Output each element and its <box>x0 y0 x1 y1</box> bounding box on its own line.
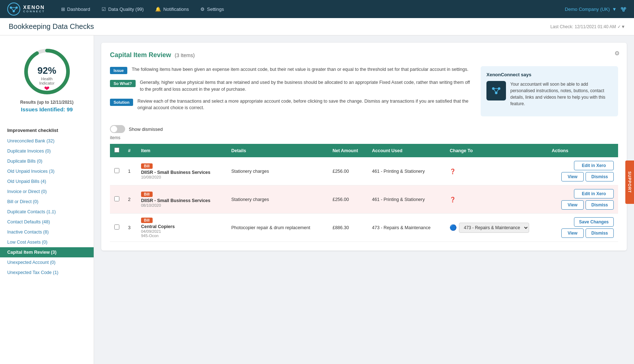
sidebar-item-capital-item-review[interactable]: Capital Item Review (3) <box>0 247 94 257</box>
row2-checkbox-cell <box>110 185 124 214</box>
table-row: 2 Bill DIISR - Small Business Services 0… <box>110 185 618 214</box>
table-header: # Item Details Net Amount Account Used C… <box>110 144 618 157</box>
issue-text: The following items have been given an e… <box>132 66 468 73</box>
company-selector[interactable]: Demo Company (UK) ▼ <box>565 6 627 12</box>
row3-checkbox-cell <box>110 214 124 242</box>
row1-change-to: ❓ <box>445 157 547 185</box>
row3-details: Photocopier repair & drum replacement <box>227 214 328 242</box>
header-checkbox-col <box>110 144 124 157</box>
card-title: Capital Item Review <box>110 51 171 59</box>
health-indicator-area: 92% Health Indicator ❤ Results (up to 12… <box>0 43 94 125</box>
row1-edit-xero-button[interactable]: Edit in Xero <box>574 161 614 170</box>
secondary-header: Bookkeeping Data Checks Last Check: 12/1… <box>0 18 634 35</box>
row1-details: Stationery charges <box>227 157 328 185</box>
show-dismissed-row: Show dismissed <box>110 125 618 133</box>
settings-gear-icon[interactable]: ⚙ <box>614 50 620 57</box>
solution-text: Review each of the transactions and sele… <box>137 98 473 112</box>
health-label: Health Indicator <box>34 77 60 85</box>
row2-view-button[interactable]: View <box>561 200 584 210</box>
row1-dismiss-button[interactable]: Dismiss <box>586 172 614 181</box>
svg-line-20 <box>496 89 499 93</box>
row3-num: 3 <box>124 214 137 242</box>
row3-checkbox[interactable] <box>114 224 119 230</box>
sidebar-item-duplicate-contacts[interactable]: Duplicate Contacts (‡,‡) <box>0 207 94 217</box>
sidebar-item-inactive-contacts[interactable]: Inactive Contacts (8) <box>0 227 94 237</box>
svg-line-5 <box>11 8 14 11</box>
nav-data-quality[interactable]: ☑ Data Quality (99) <box>97 4 149 15</box>
row3-item-name: Central Copiers <box>141 224 222 229</box>
row3-item-ref: 945-Ocon <box>141 234 222 238</box>
row3-change-to: 🔵 473 - Repairs & Maintenance <box>445 214 547 242</box>
row2-help-icon[interactable]: ❓ <box>450 197 456 202</box>
health-circle: 92% Health Indicator ❤ <box>22 46 72 97</box>
row3-save-changes-button[interactable]: Save Changes <box>574 217 614 227</box>
row2-checkbox[interactable] <box>114 196 119 201</box>
row2-view-dismiss-btns: View Dismiss <box>561 200 614 210</box>
row2-dismiss-button[interactable]: Dismiss <box>586 200 614 210</box>
sidebar-item-bill-or-direct[interactable]: Bill or Direct (0) <box>0 197 94 207</box>
xenon-logo-box <box>486 81 506 100</box>
row3-amount: £886.30 <box>328 214 367 242</box>
sidebar-item-contact-defaults[interactable]: Contact Defaults (48) <box>0 217 94 227</box>
header-account-used: Account Used <box>368 144 446 157</box>
row1-account: 461 - Printing & Stationery <box>368 157 446 185</box>
row2-details: Stationery charges <box>227 185 328 214</box>
sidebar-item-unexpected-account[interactable]: Unexpected Account (0) <box>0 257 94 267</box>
sidebar-item-old-unpaid-bills[interactable]: Old Unpaid Bills (4) <box>0 176 94 187</box>
support-tab[interactable]: SUPPORT <box>625 160 634 204</box>
issue-row: Issue The following items have been give… <box>110 66 473 74</box>
row3-item: Bill Central Copiers 04/09/2021 945-Ocon <box>137 214 227 242</box>
last-check[interactable]: Last Check: 12/11/2021 01:40 AM ✓▼ <box>550 24 625 29</box>
checklist-icon: ☑ <box>102 7 106 12</box>
row1-amount: £256.00 <box>328 157 367 185</box>
row1-item: Bill DIISR - Small Business Services 10/… <box>137 157 227 185</box>
row1-view-button[interactable]: View <box>561 172 584 181</box>
nav-settings[interactable]: ⚙ Settings <box>195 4 229 15</box>
row1-help-icon[interactable]: ❓ <box>450 168 456 174</box>
row2-edit-xero-button[interactable]: Edit in Xero <box>574 189 614 198</box>
nav-notifications[interactable]: 🔔 Notifications <box>150 4 194 15</box>
header-details: Details <box>227 144 328 157</box>
row1-item-date: 10/08/2020 <box>141 175 222 179</box>
table-row: 3 Bill Central Copiers 04/09/2021 945-Oc… <box>110 214 618 242</box>
select-all-checkbox[interactable] <box>114 147 119 153</box>
row1-action-group: Edit in Xero View Dismiss <box>552 161 614 181</box>
row2-action-group: Edit in Xero View Dismiss <box>552 189 614 210</box>
sidebar-item-old-unpaid-invoices[interactable]: Old Unpaid Invoices (3) <box>0 166 94 176</box>
sidebar-item-unexpected-tax-code[interactable]: Unexpected Tax Code (1) <box>0 267 94 278</box>
row2-bill-badge: Bill <box>141 192 153 197</box>
row3-dismiss-button[interactable]: Dismiss <box>586 228 614 238</box>
header-net-amount: Net Amount <box>328 144 367 157</box>
results-date: Results (up to 12/11/2021) <box>20 100 73 105</box>
sidebar-item-duplicate-bills[interactable]: Duplicate Bills (0) <box>0 156 94 166</box>
xenon-says-body: Your accountant will soon be able to add… <box>486 81 612 107</box>
sidebar-item-unreconciled-bank[interactable]: Unreconciled Bank (32) <box>0 136 94 146</box>
card-count: (3 Items) <box>175 52 195 58</box>
sidebar-item-invoice-or-direct[interactable]: Invoice or Direct (0) <box>0 187 94 197</box>
sidebar-item-low-cost-assets[interactable]: Low Cost Assets (0) <box>0 237 94 247</box>
table-body: 1 Bill DIISR - Small Business Services 1… <box>110 157 618 242</box>
row3-change-select[interactable]: 473 - Repairs & Maintenance <box>459 223 529 233</box>
show-dismissed-toggle[interactable] <box>110 125 125 133</box>
toggle-slider <box>110 125 125 133</box>
issues-identified: Issues Identified: 99 <box>21 106 73 112</box>
sidebar-item-duplicate-invoices[interactable]: Duplicate Invoices (0) <box>0 146 94 156</box>
card-header: Capital Item Review (3 Items) <box>110 51 618 59</box>
nav-links: ⊞ Dashboard ☑ Data Quality (99) 🔔 Notifi… <box>56 4 565 15</box>
row2-item-name: DIISR - Small Business Services <box>141 198 222 203</box>
bell-icon: 🔔 <box>155 7 161 12</box>
sowhat-badge: So What? <box>110 80 136 87</box>
row2-item: Bill DIISR - Small Business Services 08/… <box>137 185 227 214</box>
header-actions: Actions <box>548 144 618 157</box>
page-title: Bookkeeping Data Checks <box>9 22 94 31</box>
row3-actions: Save Changes View Dismiss <box>548 214 618 242</box>
row3-view-button[interactable]: View <box>561 228 584 238</box>
row1-bill-badge: Bill <box>141 163 153 169</box>
row2-actions: Edit in Xero View Dismiss <box>548 185 618 214</box>
items-label: items <box>110 135 618 140</box>
nav-dashboard[interactable]: ⊞ Dashboard <box>56 4 95 15</box>
row1-checkbox[interactable] <box>114 168 119 173</box>
info-section: Issue The following items have been give… <box>110 66 618 116</box>
row3-view-dismiss-btns: View Dismiss <box>561 228 614 238</box>
row3-item-date: 04/09/2021 <box>141 229 222 234</box>
